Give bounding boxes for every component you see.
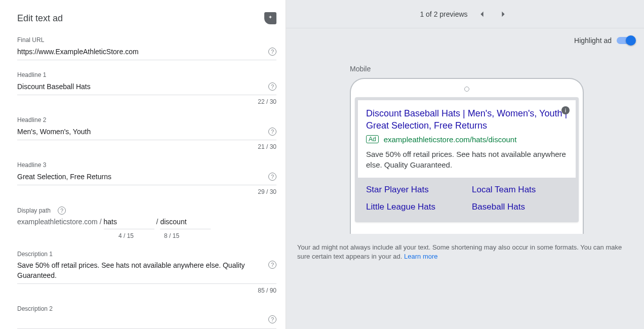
headline3-label: Headline 3 [17, 161, 276, 169]
sparkle-icon[interactable] [264, 12, 276, 24]
desc2-input[interactable] [17, 315, 264, 325]
help-icon[interactable]: ? [268, 173, 276, 181]
info-icon[interactable]: i [561, 106, 570, 114]
help-icon[interactable]: ? [268, 261, 276, 269]
path-separator: / [156, 218, 158, 226]
ad-preview: i Discount Baseball Hats | Men's, Women'… [355, 97, 579, 222]
help-icon[interactable]: ? [58, 207, 66, 215]
final-url-label: Final URL [17, 36, 276, 44]
preview-disclaimer: Your ad might not always include all you… [297, 234, 635, 261]
display-path-base: exampleathleticstore.com / [17, 218, 102, 226]
desc1-label: Description 1 [17, 251, 276, 258]
ad-description: Save 50% off retail prices. See hats not… [366, 149, 568, 171]
learn-more-link[interactable]: Learn more [404, 253, 437, 260]
chevron-left-icon [479, 11, 485, 18]
path2-counter: 8 / 15 [164, 232, 179, 239]
preview-toolbar: 1 of 2 previews [286, 0, 644, 28]
help-icon[interactable]: ? [268, 83, 276, 91]
headline3-counter: 29 / 30 [17, 188, 276, 195]
headline2-label: Headline 2 [17, 116, 276, 124]
sitelink[interactable]: Star Player Hats [366, 185, 462, 195]
sitelink[interactable]: Little League Hats [366, 202, 462, 212]
headline1-input[interactable] [17, 81, 264, 92]
phone-speaker-icon [464, 87, 469, 92]
ad-badge: Ad [366, 135, 379, 143]
headline1-counter: 22 / 30 [17, 98, 276, 105]
prev-button[interactable] [475, 7, 489, 21]
preview-count: 1 of 2 previews [420, 10, 467, 18]
desc1-input[interactable] [17, 261, 264, 280]
headline2-input[interactable] [17, 127, 264, 137]
desc1-counter: 85 / 90 [17, 287, 276, 294]
sitelink[interactable]: Local Team Hats [472, 185, 568, 195]
edit-panel: Edit text ad Final URL ? Headline 1 ? 22… [0, 0, 286, 329]
sitelink[interactable]: Baseball Hats [472, 202, 568, 212]
highlight-ad-toggle[interactable] [617, 37, 635, 44]
help-icon[interactable]: ? [268, 128, 276, 136]
highlight-ad-label: Highlight ad [574, 36, 612, 45]
headline1-label: Headline 1 [17, 71, 276, 78]
headline3-input[interactable] [17, 172, 264, 182]
path1-counter: 4 / 15 [118, 232, 134, 239]
mobile-label: Mobile [350, 65, 635, 73]
headline2-counter: 21 / 30 [17, 143, 276, 150]
chevron-right-icon [501, 11, 506, 18]
help-icon[interactable]: ? [268, 315, 276, 323]
page-title: Edit text ad [17, 13, 63, 24]
path1-input[interactable] [104, 217, 154, 229]
final-url-input[interactable] [17, 47, 264, 57]
preview-panel: 1 of 2 previews Highlight ad Mobile i [286, 0, 644, 329]
ad-headline: Discount Baseball Hats | Men's, Women's,… [366, 107, 568, 132]
phone-frame: i Discount Baseball Hats | Men's, Women'… [350, 78, 584, 234]
path2-input[interactable] [160, 217, 211, 229]
next-button[interactable] [496, 7, 510, 21]
display-path-label: Display path [17, 207, 51, 214]
help-icon[interactable]: ? [268, 48, 276, 56]
desc2-label: Description 2 [17, 305, 276, 312]
ad-display-url: exampleathleticstore.com/hats/discount [384, 135, 517, 144]
